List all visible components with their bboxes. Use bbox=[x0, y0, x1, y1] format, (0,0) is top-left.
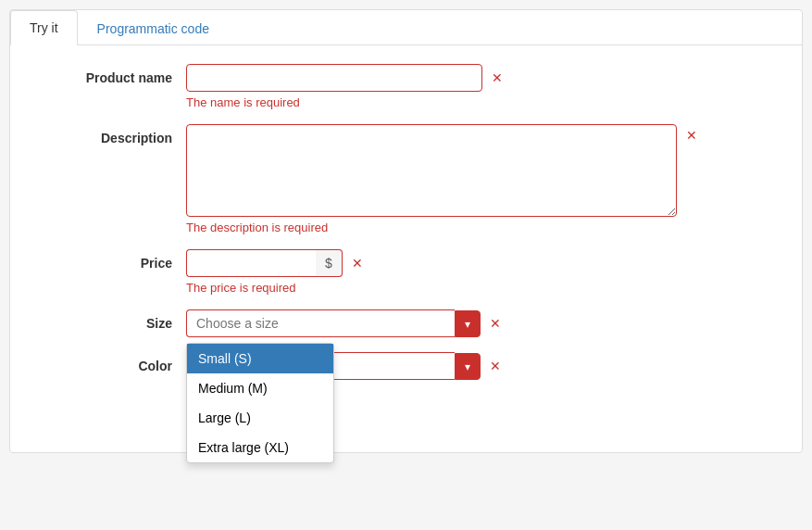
product-name-input-row: ✕ bbox=[186, 64, 723, 92]
size-dropdown-button[interactable] bbox=[455, 310, 481, 337]
tabs-bar: Try it Programmatic code bbox=[10, 10, 802, 45]
label-color: Color bbox=[38, 352, 186, 373]
price-addon: $ bbox=[316, 249, 343, 277]
main-container: Try it Programmatic code Product name ✕ … bbox=[9, 9, 803, 453]
price-input-row: $ ✕ bbox=[186, 249, 723, 277]
label-product-name: Product name bbox=[38, 64, 186, 85]
product-name-error: The name is required bbox=[186, 95, 723, 109]
input-wrapper-size: Small (S) Medium (M) Large (L) Extra lar… bbox=[186, 309, 723, 337]
form-content: Product name ✕ The name is required Desc… bbox=[10, 45, 802, 452]
tab-try-it[interactable]: Try it bbox=[10, 10, 78, 45]
description-error: The description is required bbox=[186, 221, 723, 234]
label-size: Size bbox=[38, 309, 186, 331]
size-input-row: Small (S) Medium (M) Large (L) Extra lar… bbox=[186, 309, 723, 337]
size-option-medium[interactable]: Medium (M) bbox=[187, 373, 333, 403]
size-option-xl[interactable]: Extra large (XL) bbox=[187, 433, 333, 462]
color-chevron-down-icon bbox=[465, 360, 470, 373]
price-clear-button[interactable]: ✕ bbox=[346, 256, 369, 271]
color-dropdown-button[interactable] bbox=[455, 353, 481, 380]
size-select-wrapper: Small (S) Medium (M) Large (L) Extra lar… bbox=[186, 309, 481, 337]
label-price: Price bbox=[38, 249, 186, 271]
form-group-price: Price $ ✕ The price is required bbox=[38, 249, 774, 295]
size-select-input[interactable] bbox=[186, 309, 455, 337]
price-error: The price is required bbox=[186, 281, 723, 295]
price-input[interactable] bbox=[186, 249, 316, 277]
product-name-input[interactable] bbox=[186, 64, 482, 92]
label-description: Description bbox=[38, 124, 186, 145]
description-input-row: ✕ bbox=[186, 124, 723, 217]
input-wrapper-product-name: ✕ The name is required bbox=[186, 64, 723, 109]
size-clear-button[interactable]: ✕ bbox=[484, 316, 506, 331]
input-wrapper-description: ✕ The description is required bbox=[186, 124, 723, 234]
color-clear-button[interactable]: ✕ bbox=[484, 359, 506, 373]
input-wrapper-price: $ ✕ The price is required bbox=[186, 249, 723, 295]
tab-programmatic[interactable]: Programmatic code bbox=[78, 10, 229, 45]
form-group-color: Color ✕ bbox=[38, 352, 774, 380]
size-option-small[interactable]: Small (S) bbox=[187, 344, 333, 373]
description-clear-button[interactable]: ✕ bbox=[681, 128, 703, 143]
size-option-large[interactable]: Large (L) bbox=[187, 403, 333, 433]
form-group-size: Size Small (S) Medium (M) Large (L) E bbox=[38, 309, 774, 337]
description-input[interactable] bbox=[186, 124, 677, 217]
size-dropdown-menu: Small (S) Medium (M) Large (L) Extra lar… bbox=[186, 343, 334, 463]
form-group-description: Description ✕ The description is require… bbox=[38, 124, 774, 234]
size-chevron-down-icon bbox=[465, 317, 470, 331]
product-name-clear-button[interactable]: ✕ bbox=[486, 70, 508, 85]
form-group-product-name: Product name ✕ The name is required bbox=[38, 64, 774, 109]
